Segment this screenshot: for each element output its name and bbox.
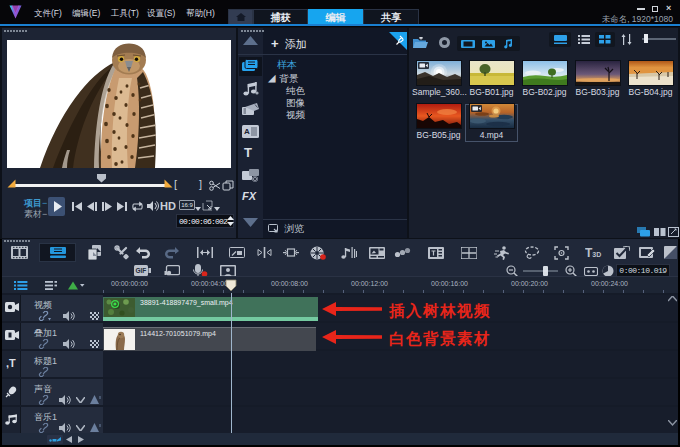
svg-text:GIF: GIF bbox=[136, 267, 147, 274]
svg-text:A: A bbox=[244, 127, 250, 136]
